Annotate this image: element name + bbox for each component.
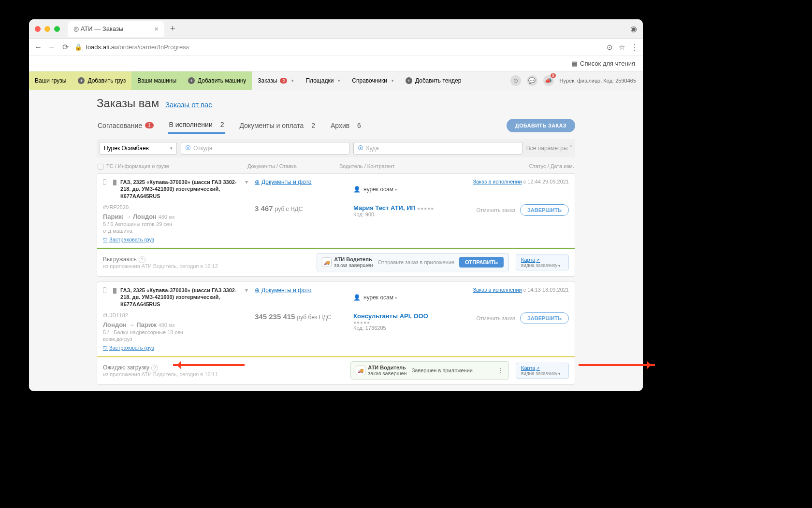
close-icon[interactable] [35,26,41,32]
vehicle-info: ГАЗ, 2325 «Купава-370030» (шасси ГАЗ 330… [120,179,239,199]
agent-link[interactable]: Консультанты API, ООО [353,312,464,320]
price: 345 235 415 руб без НДС [255,312,347,321]
add-order-button[interactable]: ДОБАВИТЬ ЗАКАЗ [507,119,575,132]
minimize-icon[interactable] [44,26,50,32]
nav-add-tender[interactable]: +Добавить тендер [400,71,467,90]
route: Париж → Лондон 480 км [103,213,248,220]
annotation-arrow [573,363,655,367]
tab-documents[interactable]: Документы и оплата 2 [238,118,316,133]
order-id: #VRP2520 [103,204,248,210]
driver-app-box: 🚚АТИ Водительзаказ завершен Отправьте за… [317,253,509,271]
person-icon: 👤 [353,294,361,301]
bell-icon[interactable]: 📣9 [543,75,554,86]
finish-button[interactable]: ЗАВЕРШИТЬ [520,204,569,216]
status-link[interactable]: Заказ в исполнении [473,287,522,293]
profile-icon[interactable]: ◉ [630,24,637,33]
truck-icon [113,180,116,185]
nav-refs[interactable]: Справочники [346,71,400,90]
nav-platforms[interactable]: Площадки [300,71,346,90]
search-icon[interactable]: ⊙ [510,75,521,86]
user-label[interactable]: Нурек, физ.лицо, Код: 2590465 [560,78,636,84]
row-checkbox[interactable] [103,179,106,185]
from-input[interactable]: ⦿Откуда [181,142,349,155]
status-link[interactable]: Заказ в исполнении [473,179,522,184]
tab-approval[interactable]: Согласование1 [97,118,155,133]
kebab-icon[interactable]: ⋮ [631,43,638,52]
driver-select[interactable]: нурек осам [363,186,397,193]
reading-list-icon: ▤ [571,60,577,67]
close-tab-icon[interactable]: × [154,25,159,33]
tab-in-progress[interactable]: В исполнении 2 [168,117,225,134]
nav-orders[interactable]: Заказы2 [252,71,300,90]
all-params-link[interactable]: Все параметры ˅ [526,145,572,152]
documents-link[interactable]: Документы и фото [255,179,312,185]
lock-icon: 🔒 [74,43,82,51]
row-checkbox[interactable] [103,287,106,293]
url-field[interactable]: 🔒 loads.ati.su/orders/carrier/InProgress [74,43,602,51]
agent-link[interactable]: Мария Тест АТИ, ИП [353,204,416,212]
person-select[interactable]: Нурек Осимбаев [100,142,177,155]
route: Лондон → Париж 480 км [103,321,248,328]
nav-your-trucks[interactable]: Ваши машины [131,71,182,90]
app-icon: 🚚 [322,257,332,267]
nav-add-truck[interactable]: +Добавить машину [182,71,252,90]
cancel-link[interactable]: Отменить заказ [476,315,515,321]
back-icon[interactable]: ← [34,43,43,52]
plus-icon: + [78,77,85,84]
truck-icon [113,288,116,294]
orders-from-you-link[interactable]: Заказы от вас [165,100,212,109]
tabs-row: Согласование1 В исполнении 2 Документы и… [97,117,575,134]
reading-list[interactable]: Список для чтения [580,60,635,67]
order-id: #UJD1182 [103,312,248,318]
to-input[interactable]: ⦿Куда [353,142,522,155]
select-all-checkbox[interactable] [98,164,103,169]
driver-select[interactable]: нурек осам [363,294,397,301]
traffic-lights [35,26,60,32]
browser-tab[interactable]: ◎ АТИ — Заказы × [68,21,164,37]
order-card: ГАЗ, 2325 «Купава-370030» (шасси ГАЗ 330… [97,173,575,277]
map-link[interactable]: Карта [521,257,540,263]
tab-title: АТИ — Заказы [81,25,124,32]
tab-archive[interactable]: Архив 6 [330,118,362,133]
map-box: Карта видна заказчику [516,363,569,379]
filter-row: Нурек Осимбаев ⦿Откуда ⦿Куда Все парамет… [97,139,575,157]
finish-button[interactable]: ЗАВЕРШИТЬ [520,312,569,324]
chevron-down-icon[interactable]: ▾ [245,179,248,185]
search-icon[interactable]: ⊙ [607,43,613,52]
nav-your-cargo[interactable]: Ваши грузы [29,71,72,90]
pin-icon: ⦿ [358,145,363,152]
new-tab-icon[interactable]: + [170,24,175,34]
insure-link[interactable]: Застраховать груз [103,345,154,351]
chevron-down-icon[interactable]: ▾ [245,287,248,294]
cancel-link[interactable]: Отменить заказ [476,207,515,213]
insure-link[interactable]: Застраховать груз [103,237,154,242]
plus-icon: + [406,77,412,84]
url-bar: ← → ⟳ 🔒 loads.ati.su/orders/carrier/InPr… [29,39,643,56]
status-text: Выгружаюсь [103,256,137,263]
page-title: Заказы вам Заказы от вас [97,97,575,110]
forward-icon: → [47,43,56,52]
reload-icon[interactable]: ⟳ [61,42,70,52]
pin-icon: ⦿ [185,145,191,152]
vehicle-info: ГАЗ, 2325 «Купава-370030» (шасси ГАЗ 330… [120,287,239,308]
map-visibility[interactable]: видна заказчику [521,371,564,376]
price: 3 467 руб с НДС [255,204,347,212]
send-button[interactable]: ОТПРАВИТЬ [459,257,504,268]
map-box: Карта видна заказчику [516,254,569,270]
kebab-icon[interactable]: ⋮ [497,367,504,374]
map-link[interactable]: Карта [521,365,540,371]
nav-add-cargo[interactable]: +Добавить груз [72,71,131,90]
maximize-icon[interactable] [54,26,60,32]
status-text: Ожидаю загрузку [103,364,149,371]
help-icon[interactable]: ? [139,256,145,263]
map-visibility[interactable]: видна заказчику [521,263,564,268]
chat-icon[interactable]: 💬 [527,75,537,86]
help-icon[interactable]: ? [151,365,158,371]
column-headers: ТС / Информация о грузе Документы / Став… [97,161,575,173]
documents-link[interactable]: Документы и фото [255,287,312,294]
app-icon: 🚚 [356,366,365,375]
rating-stars: ●●●●● [417,206,434,211]
titlebar: ◎ АТИ — Заказы × + ◉ [29,19,643,39]
star-icon[interactable]: ☆ [619,43,625,52]
page-content: Заказы вам Заказы от вас Согласование1 В… [29,90,643,391]
